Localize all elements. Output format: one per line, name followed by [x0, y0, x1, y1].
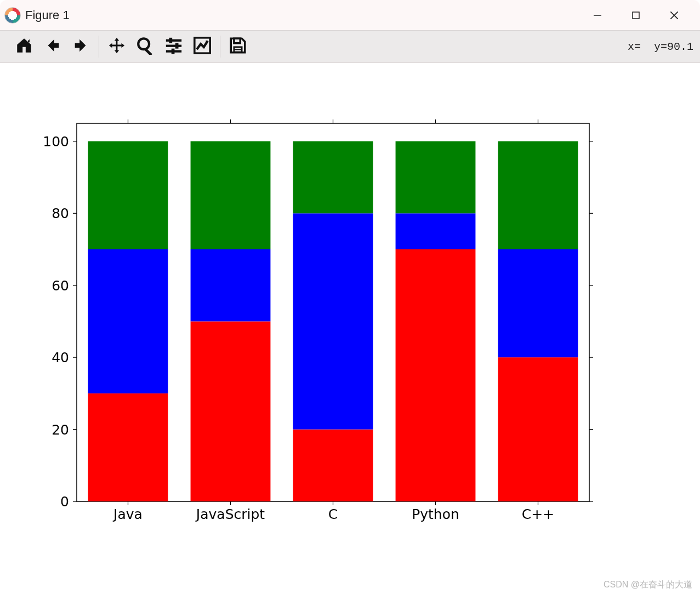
svg-rect-14 — [234, 46, 243, 52]
svg-rect-42 — [191, 321, 271, 501]
svg-rect-61 — [498, 249, 578, 357]
svg-rect-15 — [235, 48, 241, 49]
svg-text:0: 0 — [60, 494, 69, 510]
svg-rect-56 — [396, 141, 476, 213]
svg-rect-55 — [396, 213, 476, 249]
figure-canvas[interactable]: 020406080100JavaJavaScriptCPythonC++ CSD… — [0, 63, 700, 594]
svg-rect-9 — [175, 43, 179, 49]
sliders-icon — [164, 36, 183, 57]
svg-rect-5 — [145, 49, 152, 55]
home-button[interactable] — [10, 34, 38, 59]
watermark: CSDN @在奋斗的大道 — [604, 579, 692, 591]
svg-text:C++: C++ — [522, 506, 554, 522]
svg-text:Java: Java — [112, 506, 143, 522]
svg-text:JavaScript: JavaScript — [195, 506, 265, 522]
stacked-bar-chart: 020406080100JavaJavaScriptCPythonC++ — [0, 63, 700, 589]
forward-button[interactable] — [67, 34, 95, 59]
zoom-icon — [136, 36, 155, 57]
arrow-left-icon — [43, 36, 62, 57]
svg-rect-7 — [169, 38, 173, 43]
svg-text:100: 100 — [43, 134, 69, 150]
minimize-button[interactable] — [578, 2, 617, 29]
edit-button[interactable] — [188, 34, 217, 59]
svg-text:C: C — [328, 506, 338, 522]
svg-text:20: 20 — [52, 422, 69, 438]
maximize-button[interactable] — [617, 2, 655, 29]
svg-rect-1 — [633, 12, 639, 19]
chart-line-icon — [193, 36, 212, 57]
home-icon — [15, 36, 33, 57]
svg-rect-48 — [293, 430, 373, 501]
arrow-right-icon — [72, 36, 90, 57]
svg-rect-54 — [396, 249, 476, 501]
coords-readout: x= y=90.1 — [628, 41, 696, 53]
svg-rect-11 — [172, 49, 175, 54]
app-icon — [4, 7, 21, 24]
titlebar: Figure 1 — [0, 0, 700, 30]
svg-rect-36 — [88, 393, 168, 501]
close-button[interactable] — [655, 2, 693, 29]
toolbar-separator — [99, 36, 99, 58]
svg-rect-50 — [293, 141, 373, 213]
svg-rect-6 — [166, 39, 181, 42]
back-button[interactable] — [38, 34, 67, 59]
svg-rect-44 — [191, 141, 271, 249]
svg-text:80: 80 — [52, 205, 69, 221]
pan-button[interactable] — [103, 34, 131, 59]
svg-text:40: 40 — [52, 350, 69, 365]
svg-rect-8 — [166, 45, 181, 47]
svg-rect-43 — [191, 249, 271, 321]
svg-rect-16 — [235, 50, 241, 52]
svg-rect-49 — [293, 213, 373, 429]
svg-text:60: 60 — [52, 278, 69, 294]
svg-rect-38 — [88, 141, 168, 249]
svg-rect-13 — [234, 38, 240, 43]
save-button[interactable] — [224, 34, 252, 59]
svg-rect-37 — [88, 249, 168, 393]
configure-button[interactable] — [160, 34, 188, 59]
svg-rect-62 — [498, 141, 578, 249]
svg-text:Python: Python — [412, 506, 459, 522]
svg-rect-60 — [498, 357, 578, 501]
toolbar-separator — [220, 36, 220, 58]
window-title: Figure 1 — [25, 8, 70, 22]
zoom-button[interactable] — [131, 34, 160, 59]
toolbar: x= y=90.1 — [0, 30, 700, 63]
move-icon — [107, 36, 126, 57]
save-icon — [229, 36, 247, 57]
svg-point-4 — [138, 38, 149, 49]
